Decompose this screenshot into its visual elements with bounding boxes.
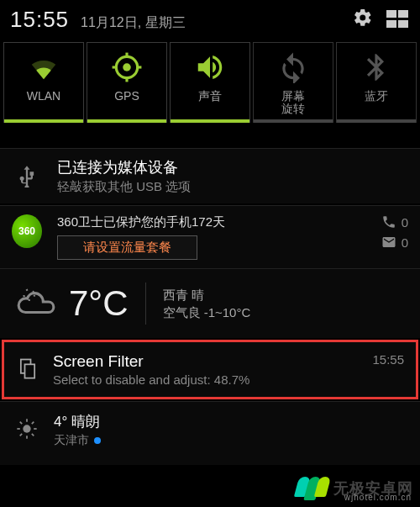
missed-calls: 0 <box>381 214 408 230</box>
sun-icon <box>15 417 39 444</box>
svg-line-14 <box>20 421 22 423</box>
bluetooth-icon <box>360 51 392 83</box>
tile-sound[interactable]: 声音 <box>170 42 250 123</box>
watermark: 无极安卓网 wjhotel.com.cn <box>298 477 413 500</box>
mini-weather-city: 天津市 <box>54 433 101 448</box>
settings-icon[interactable] <box>353 8 373 31</box>
quick-settings-tiles: WLAN GPS 声音 屏幕 旋转 蓝牙 <box>0 39 420 128</box>
notif-time: 15:55 <box>372 352 404 367</box>
usb-icon <box>12 162 42 191</box>
svg-point-9 <box>23 425 30 432</box>
tile-wlan[interactable]: WLAN <box>3 42 84 123</box>
notification-mini-weather[interactable]: 4° 晴朗 天津市 <box>0 401 420 465</box>
guard-360-icon <box>12 214 42 248</box>
svg-line-16 <box>20 433 22 435</box>
notif-title: Screen Filter <box>53 352 359 371</box>
tile-rotation[interactable]: 屏幕 旋转 <box>253 42 333 123</box>
mini-weather-title: 4° 晴朗 <box>54 412 101 431</box>
weather-detail: 西青 晴 空气良 -1~10°C <box>163 286 251 321</box>
watermark-logo-icon <box>298 477 328 500</box>
notif-sub: 轻敲获取其他 USB 选项 <box>57 179 408 195</box>
status-bar: 15:55 11月12日, 星期三 <box>0 0 420 39</box>
tile-label: 蓝牙 <box>365 90 388 103</box>
moon-cloud-icon <box>15 281 57 326</box>
status-bar-right <box>353 8 410 31</box>
tile-label: GPS <box>114 90 139 103</box>
notif-title: 360卫士已保护您的手机172天 <box>57 214 366 230</box>
notification-360guard[interactable]: 360卫士已保护您的手机172天 请设置流量套餐 0 0 <box>0 205 420 268</box>
clock: 15:55 <box>10 7 69 33</box>
svg-point-0 <box>123 63 131 71</box>
svg-rect-8 <box>25 364 35 378</box>
tile-bluetooth[interactable]: 蓝牙 <box>336 42 417 123</box>
notification-weather[interactable]: 7°C 西青 晴 空气良 -1~10°C <box>0 268 420 338</box>
tile-gps[interactable]: GPS <box>87 42 167 123</box>
notification-screen-filter[interactable]: Screen Filter Select to disable and adju… <box>2 340 418 399</box>
data-plan-button[interactable]: 请设置流量套餐 <box>57 235 197 260</box>
missed-msgs: 0 <box>381 235 408 250</box>
notif-sub: Select to disable and adjust: 48.7% <box>53 372 359 387</box>
svg-line-15 <box>32 433 34 435</box>
watermark-url: wjhotel.com.cn <box>344 493 412 502</box>
tile-label: WLAN <box>27 90 60 103</box>
screen-filter-icon <box>16 356 39 383</box>
notification-usb[interactable]: 已连接为媒体设备 轻敲获取其他 USB 选项 <box>0 148 420 203</box>
date: 11月12日, 星期三 <box>81 14 185 32</box>
tile-label: 屏幕 旋转 <box>281 90 305 116</box>
sound-icon <box>194 51 226 83</box>
rotation-icon <box>277 51 309 83</box>
tile-label: 声音 <box>198 90 222 103</box>
tiles-grid-icon[interactable] <box>386 10 410 29</box>
temperature: 7°C <box>69 283 129 324</box>
wifi-icon <box>28 51 60 83</box>
gps-icon <box>111 51 143 83</box>
notif-title: 已连接为媒体设备 <box>57 157 408 177</box>
svg-line-17 <box>32 421 34 423</box>
status-bar-left: 15:55 11月12日, 星期三 <box>10 7 186 33</box>
